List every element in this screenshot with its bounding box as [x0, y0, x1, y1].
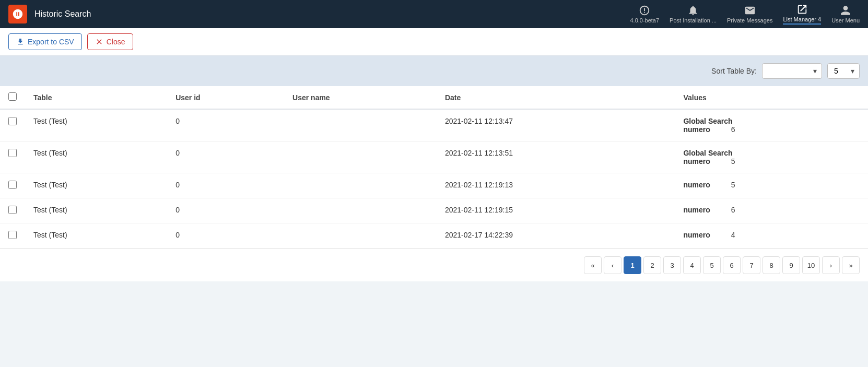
cell-date: 2021-02-17 14:22:39 [437, 223, 675, 248]
nav-post-installation[interactable]: Post Installation ... [670, 5, 717, 23]
values-number: 6 [731, 125, 735, 134]
page-last-button[interactable]: » [842, 256, 860, 274]
app-logo [8, 5, 27, 23]
values-number: 5 [731, 181, 735, 189]
values-subkey: numero [683, 231, 710, 239]
filterbar: Sort Table By: Table User id User name D… [0, 56, 868, 86]
cell-table: Test (Test) [25, 109, 167, 141]
cell-user-id: 0 [167, 223, 284, 248]
nav-joomla-label: 4.0.0-beta7 [630, 17, 659, 23]
select-all-header [0, 86, 25, 109]
values-number: 6 [731, 206, 735, 214]
page-2-button[interactable]: 2 [643, 256, 661, 274]
table-row: Test (Test)02021-02-11 12:13:51Global Se… [0, 141, 868, 173]
cell-user-id: 0 [167, 198, 284, 223]
values-key: Global Search [683, 117, 860, 125]
page-10-button[interactable]: 10 [802, 256, 820, 274]
select-all-checkbox[interactable] [8, 92, 17, 101]
cell-date: 2021-02-11 12:13:47 [437, 109, 675, 141]
table-row: Test (Test)02021-02-11 12:19:15numero6 [0, 198, 868, 223]
cell-values: numero4 [675, 223, 868, 248]
values-number: 5 [731, 157, 735, 165]
per-page-select-wrapper: 5 10 15 20 25 50 ▾ [827, 63, 860, 79]
nav-joomla[interactable]: 4.0.0-beta7 [630, 5, 659, 23]
page-6-button[interactable]: 6 [723, 256, 741, 274]
close-label: Close [107, 38, 125, 46]
cell-user-name [284, 223, 437, 248]
cell-table: Test (Test) [25, 223, 167, 248]
cell-user-name [284, 141, 437, 173]
col-date: Date [437, 86, 675, 109]
nav-user-menu[interactable]: User Menu [831, 5, 860, 23]
nav-list-manager[interactable]: List Manager 4 [783, 4, 821, 25]
table-row: Test (Test)02021-02-11 12:19:13numero5 [0, 173, 868, 198]
cell-date: 2021-02-11 12:19:13 [437, 173, 675, 198]
cell-user-name [284, 109, 437, 141]
cell-user-id: 0 [167, 141, 284, 173]
cell-user-id: 0 [167, 173, 284, 198]
col-user-id: User id [167, 86, 284, 109]
sort-table-select[interactable]: Table User id User name Date [762, 63, 822, 79]
row-checkbox[interactable] [8, 149, 17, 157]
historic-search-table: Table User id User name Date Values Test… [0, 86, 868, 248]
table-row: Test (Test)02021-02-11 12:13:47Global Se… [0, 109, 868, 141]
nav-private-messages-label: Private Messages [727, 17, 772, 23]
cell-values: numero6 [675, 198, 868, 223]
page-8-button[interactable]: 8 [763, 256, 780, 274]
row-checkbox[interactable] [8, 206, 17, 214]
row-checkbox[interactable] [8, 117, 17, 125]
sort-table-label: Sort Table By: [711, 67, 757, 75]
page-prev-button[interactable]: ‹ [604, 256, 621, 274]
cell-user-name [284, 198, 437, 223]
cell-user-name [284, 173, 437, 198]
page-3-button[interactable]: 3 [663, 256, 681, 274]
toolbar: Export to CSV Close [0, 28, 868, 56]
row-checkbox[interactable] [8, 181, 17, 189]
cell-values: Global Searchnumero6 [675, 109, 868, 141]
topnav: Historic Search 4.0.0-beta7 Post Install… [0, 0, 868, 28]
page-next-button[interactable]: › [822, 256, 840, 274]
values-subkey: numero [683, 206, 710, 214]
per-page-select[interactable]: 5 10 15 20 25 50 [827, 63, 860, 79]
page-7-button[interactable]: 7 [743, 256, 760, 274]
data-table-container: Table User id User name Date Values Test… [0, 86, 868, 248]
page-5-button[interactable]: 5 [703, 256, 721, 274]
topnav-actions: 4.0.0-beta7 Post Installation ... Privat… [630, 4, 860, 25]
nav-post-installation-label: Post Installation ... [670, 17, 717, 23]
close-icon [95, 38, 103, 46]
pagination-bar: « ‹ 1 2 3 4 5 6 7 8 9 10 › » [0, 248, 868, 281]
cell-table: Test (Test) [25, 173, 167, 198]
export-csv-label: Export to CSV [28, 38, 74, 46]
table-header-row: Table User id User name Date Values [0, 86, 868, 109]
col-user-name: User name [284, 86, 437, 109]
close-button[interactable]: Close [87, 33, 133, 50]
col-values: Values [675, 86, 868, 109]
export-csv-button[interactable]: Export to CSV [8, 33, 82, 50]
page-title: Historic Search [34, 9, 91, 19]
row-checkbox[interactable] [8, 231, 17, 239]
table-row: Test (Test)02021-02-17 14:22:39numero4 [0, 223, 868, 248]
cell-table: Test (Test) [25, 141, 167, 173]
page-1-button[interactable]: 1 [624, 256, 641, 274]
cell-date: 2021-02-11 12:13:51 [437, 141, 675, 173]
export-icon [16, 38, 25, 46]
values-subkey: numero [683, 181, 710, 189]
values-key: Global Search [683, 149, 860, 157]
nav-list-manager-label: List Manager 4 [783, 16, 821, 22]
cell-table: Test (Test) [25, 198, 167, 223]
values-subkey: numero [683, 157, 710, 165]
page-9-button[interactable]: 9 [782, 256, 800, 274]
nav-user-menu-label: User Menu [831, 17, 860, 23]
page-4-button[interactable]: 4 [683, 256, 701, 274]
col-table: Table [25, 86, 167, 109]
page-first-button[interactable]: « [584, 256, 602, 274]
sort-select-wrapper: Table User id User name Date ▾ [762, 63, 822, 79]
values-number: 4 [731, 231, 735, 239]
nav-private-messages[interactable]: Private Messages [727, 5, 772, 23]
cell-values: numero5 [675, 173, 868, 198]
cell-user-id: 0 [167, 109, 284, 141]
cell-values: Global Searchnumero5 [675, 141, 868, 173]
values-subkey: numero [683, 125, 710, 134]
cell-date: 2021-02-11 12:19:15 [437, 198, 675, 223]
